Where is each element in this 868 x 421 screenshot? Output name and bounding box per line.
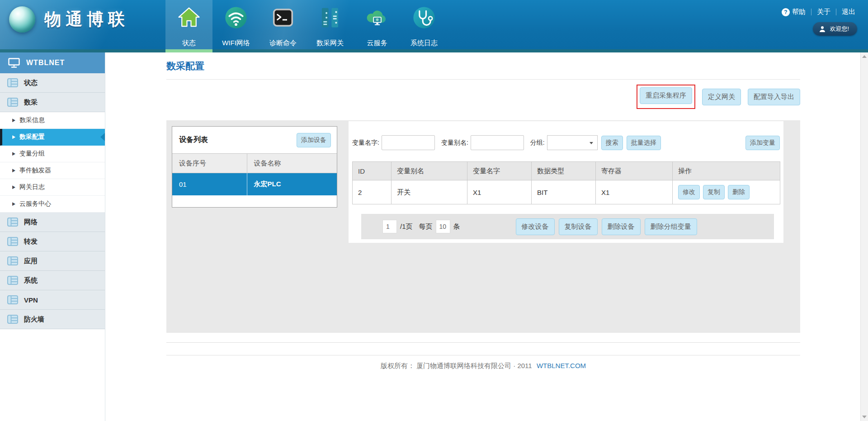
var-col-name: 变量名字 (467, 162, 532, 180)
sidebar-item-application[interactable]: 应用 (0, 251, 105, 271)
device-row-selected[interactable]: 01 永宏PLC (172, 173, 337, 195)
var-alias: 开关 (392, 180, 467, 204)
grid-icon (7, 237, 18, 246)
copy-variable-button[interactable]: 复制 (703, 185, 725, 199)
device-row-empty (172, 195, 337, 207)
sidebar-item-datacollect-config[interactable]: ▶ 数采配置 (0, 129, 105, 146)
grid-icon (7, 295, 18, 304)
sidebar-item-status[interactable]: 状态 (0, 73, 105, 93)
delete-variable-button[interactable]: 删除 (728, 185, 750, 199)
welcome-badge[interactable]: 欢迎您! (813, 22, 857, 36)
sidebar-item-forwarding[interactable]: 转发 (0, 232, 105, 251)
group-label: 分组: (530, 139, 545, 147)
sidebar-item-gateway-log[interactable]: ▶ 网关日志 (0, 179, 105, 196)
sidebar-item-variable-groups[interactable]: ▶ 变量分组 (0, 146, 105, 162)
sidebar-item-datacollect-info[interactable]: ▶ 数采信息 (0, 112, 105, 129)
nav-item-cloud[interactable]: 云服务 (354, 0, 401, 52)
welcome-text: 欢迎您! (830, 25, 849, 33)
link-separator (836, 9, 836, 15)
vertical-scrollbar[interactable] (860, 52, 868, 421)
logo: 物通博联 (9, 6, 129, 33)
delete-group-vars-button[interactable]: 删除分组变量 (645, 218, 697, 235)
nav-item-gateway[interactable]: 数采网关 (307, 0, 354, 52)
group-select[interactable] (547, 135, 598, 150)
delete-device-button[interactable]: 删除设备 (602, 218, 641, 235)
var-datatype: BIT (532, 180, 596, 204)
var-col-id: ID (353, 162, 392, 180)
variables-panel: 变量名字: 变量别名: 分组: 搜索 批量选择 添加变量 (349, 121, 783, 243)
add-device-button[interactable]: 添加设备 (297, 133, 331, 147)
var-name-input[interactable] (382, 135, 435, 150)
about-link[interactable]: 关于 (817, 8, 830, 16)
var-col-register: 寄存器 (596, 162, 673, 180)
logout-link[interactable]: 退出 (842, 8, 855, 16)
var-name: X1 (467, 180, 532, 204)
device-name: 永宏PLC (247, 173, 337, 195)
caret-right-icon: ▶ (12, 134, 15, 140)
main-content: 数采配置 重启采集程序 定义网关 配置导入导出 设备列表 添加设备 (105, 52, 868, 421)
sidebar-item-vpn[interactable]: VPN (0, 290, 105, 310)
edit-device-button[interactable]: 修改设备 (516, 218, 555, 235)
wtblnet-link[interactable]: WTBLNET.COM (537, 362, 586, 369)
scroll-down-icon[interactable] (862, 416, 867, 418)
restart-collector-button[interactable]: 重启采集程序 (640, 87, 692, 104)
sidebar-title: WTBLNET (0, 52, 105, 73)
page-total-label: /1页 (400, 222, 413, 231)
var-col-datatype: 数据类型 (532, 162, 596, 180)
add-variable-button[interactable]: 添加变量 (745, 136, 780, 150)
caret-right-icon: ▶ (12, 151, 15, 156)
grid-icon (7, 98, 18, 107)
divider (166, 79, 800, 80)
per-page-label: 每页 (419, 222, 433, 231)
pagination-bar: /1页 每页 条 修改设备 复制设备 删除设备 删除分组变量 (361, 214, 774, 239)
search-button[interactable]: 搜索 (601, 136, 623, 150)
grid-icon (7, 218, 18, 227)
var-alias-input[interactable] (471, 135, 524, 150)
sidebar-item-event-trigger[interactable]: ▶ 事件触发器 (0, 162, 105, 179)
var-name-label: 变量名字: (352, 139, 379, 147)
grid-icon (7, 315, 18, 324)
define-gateway-button[interactable]: 定义网关 (702, 89, 741, 105)
nav-item-wifi[interactable]: WIFI网络 (212, 0, 259, 52)
home-icon (177, 5, 201, 30)
scroll-up-icon[interactable] (862, 55, 867, 58)
link-separator (811, 9, 811, 15)
sidebar-item-network[interactable]: 网络 (0, 213, 105, 232)
sidebar-item-datacollect[interactable]: 数采 (0, 93, 105, 112)
sidebar-item-system[interactable]: 系统 (0, 271, 105, 290)
var-col-actions: 操作 (673, 162, 780, 180)
grid-icon (7, 78, 18, 87)
nav-item-diagnostic[interactable]: 诊断命令 (259, 0, 307, 52)
variables-table: ID 变量别名 变量名字 数据类型 寄存器 操作 2 开关 X1 BIT (352, 161, 780, 204)
annotation-highlight-box: 重启采集程序 (637, 85, 695, 109)
page: 物通博联 状态 WIFI网络 (0, 0, 868, 421)
help-icon: ? (782, 8, 790, 16)
nav-item-syslog[interactable]: 系统日志 (401, 0, 448, 52)
help-link[interactable]: ? 帮助 (782, 8, 806, 16)
nav-item-status[interactable]: 状态 (165, 0, 212, 52)
top-links: ? 帮助 关于 退出 (782, 8, 855, 16)
footer: 版权所有： 厦门物通博联网络科技有限公司 · 2011 WTBLNET.COM (166, 362, 800, 370)
sidebar-item-cloud-center[interactable]: ▶ 云服务中心 (0, 196, 105, 213)
batch-select-button[interactable]: 批量选择 (627, 136, 661, 150)
page-size-input[interactable] (436, 220, 450, 233)
config-import-export-button[interactable]: 配置导入导出 (748, 89, 800, 105)
filter-row: 变量名字: 变量别名: 分组: 搜索 批量选择 添加变量 (352, 135, 780, 150)
sidebar: WTBLNET 状态 数采 ▶ 数采信息 ▶ 数采配置 ▶ 变量分组 (0, 52, 105, 421)
divider (166, 355, 800, 355)
unit-label: 条 (453, 222, 460, 231)
logo-globe-icon (9, 6, 35, 33)
var-col-alias: 变量别名 (392, 162, 467, 180)
app-header: 物通博联 状态 WIFI网络 (0, 0, 868, 52)
sidebar-item-firewall[interactable]: 防火墙 (0, 310, 105, 329)
device-list-panel: 设备列表 添加设备 设备序号 设备名称 01 永宏PLC (172, 126, 337, 208)
copy-device-button[interactable]: 复制设备 (559, 218, 598, 235)
caret-right-icon: ▶ (12, 201, 15, 207)
grid-icon (7, 256, 18, 265)
system-log-icon (412, 5, 436, 30)
edit-variable-button[interactable]: 修改 (678, 185, 700, 199)
page-number-input[interactable] (382, 220, 397, 233)
user-icon (819, 26, 826, 32)
monitor-icon (8, 58, 20, 68)
terminal-icon (271, 5, 295, 30)
